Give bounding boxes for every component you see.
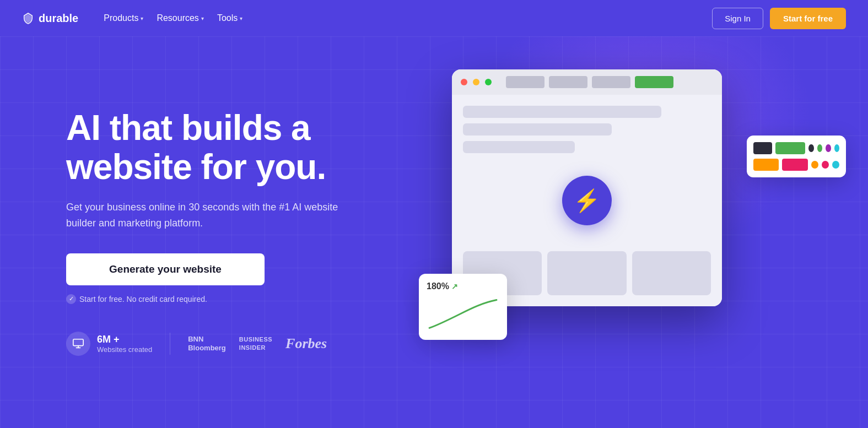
nav-links: Products ▾ Resources ▾ Tools ▾ xyxy=(98,9,248,28)
sign-in-button[interactable]: Sign In xyxy=(712,8,763,29)
svg-rect-0 xyxy=(73,339,83,345)
chart-arrow-icon: ↗ xyxy=(451,282,458,291)
brand-name: durable xyxy=(39,12,78,25)
hero-subtitle: Get your business online in 30 seconds w… xyxy=(66,199,353,231)
nav-right: Sign In Start for free xyxy=(712,8,846,29)
press-business-insider: BUSINESSINSIDER xyxy=(239,335,272,351)
navbar: durable Products ▾ Resources ▾ Tools ▾ S… xyxy=(0,0,868,36)
float-palette xyxy=(747,136,846,177)
chart-label: 180% ↗ xyxy=(427,281,499,291)
divider xyxy=(170,333,170,355)
nav-left: durable Products ▾ Resources ▾ Tools ▾ xyxy=(22,9,248,28)
logo-icon xyxy=(22,12,34,24)
hero-title: AI that builds a website for you. xyxy=(66,109,408,186)
nav-tools[interactable]: Tools ▾ xyxy=(212,9,248,28)
dot-green-traffic xyxy=(485,79,492,85)
palette-row-1 xyxy=(753,142,839,154)
browser-card-2 xyxy=(547,251,626,295)
browser-row-1 xyxy=(463,106,661,118)
nav-resources[interactable]: Resources ▾ xyxy=(151,9,209,28)
circle-green xyxy=(817,144,822,152)
browser-tab-1 xyxy=(506,76,544,88)
chart-svg xyxy=(427,296,499,332)
lightning-icon: ⚡ xyxy=(573,188,601,214)
generate-website-button[interactable]: Generate your website xyxy=(66,253,265,285)
swatch-dark xyxy=(753,142,772,154)
circle-purple xyxy=(826,144,831,152)
palette-row-2 xyxy=(753,159,839,171)
monitor-icon xyxy=(66,332,90,356)
browser-tab-2 xyxy=(549,76,587,88)
logo[interactable]: durable xyxy=(22,12,78,25)
browser-mockup: ⚡ xyxy=(452,69,722,306)
hero-section: AI that builds a website for you. Get yo… xyxy=(0,36,868,428)
press-logos: BNNBloomberg BUSINESSINSIDER Forbes xyxy=(188,335,327,352)
dot-red xyxy=(461,79,467,85)
browser-row-3 xyxy=(463,141,575,153)
press-forbes: Forbes xyxy=(285,335,327,352)
social-proof: 6M + Websites created BNNBloomberg BUSIN… xyxy=(66,332,408,356)
press-bnn: BNNBloomberg xyxy=(188,335,226,352)
stat-text: 6M + Websites created xyxy=(97,334,152,354)
stat-block: 6M + Websites created xyxy=(66,332,152,356)
chevron-down-icon: ▾ xyxy=(141,15,143,21)
chevron-down-icon: ▾ xyxy=(240,15,242,21)
lightning-circle: ⚡ xyxy=(562,176,612,225)
circle-dark xyxy=(808,144,813,152)
circle-orange xyxy=(811,161,818,169)
check-icon: ✓ xyxy=(66,294,76,304)
float-chart: 180% ↗ xyxy=(419,274,507,340)
circle-teal2 xyxy=(832,161,839,169)
free-note: ✓ Start for free. No credit card require… xyxy=(66,294,408,304)
hero-visual: ⚡ 180% ↗ xyxy=(408,36,868,428)
browser-tab-3 xyxy=(592,76,630,88)
chevron-down-icon: ▾ xyxy=(201,15,204,21)
swatch-pink xyxy=(782,159,807,171)
hero-content: AI that builds a website for you. Get yo… xyxy=(66,109,408,355)
browser-bar xyxy=(452,69,722,95)
nav-products[interactable]: Products ▾ xyxy=(98,9,149,28)
browser-card-3 xyxy=(632,251,711,295)
swatch-orange xyxy=(753,159,779,171)
circle-pink xyxy=(822,161,829,169)
start-free-button[interactable]: Start for free xyxy=(770,8,846,29)
browser-row-2 xyxy=(463,123,612,136)
browser-tab-active xyxy=(635,76,673,88)
swatch-green xyxy=(775,142,805,154)
dot-yellow xyxy=(473,79,479,85)
browser-tabs xyxy=(506,76,673,88)
circle-teal xyxy=(834,144,839,152)
